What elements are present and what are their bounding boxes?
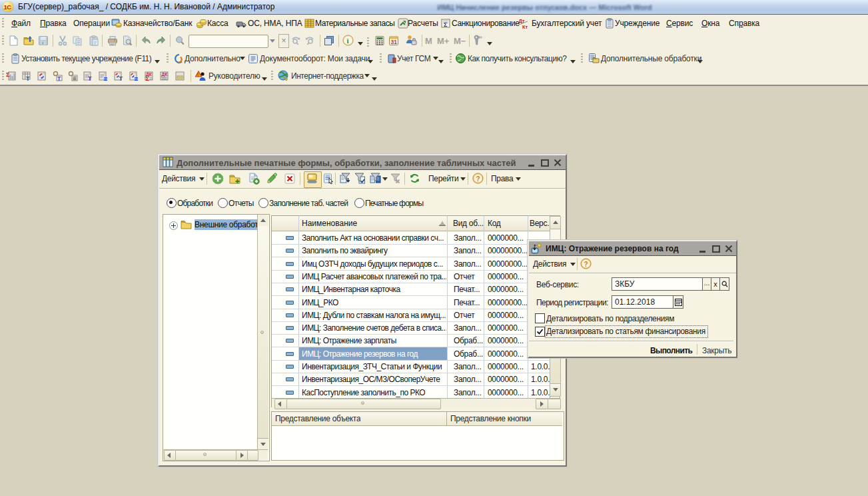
svg-text:31: 31 — [391, 39, 398, 45]
svg-text:T: T — [88, 75, 92, 81]
svg-text:T: T — [119, 75, 123, 81]
svg-text:Кт: Кт — [522, 24, 528, 29]
svg-text:?: ? — [476, 175, 480, 183]
svg-text:i: i — [347, 37, 349, 45]
svg-text:T: T — [26, 75, 30, 81]
svg-text:!: ! — [197, 73, 199, 77]
svg-text:Σ: Σ — [444, 21, 448, 28]
svg-text:Σ: Σ — [146, 75, 150, 82]
svg-text:ДК: ДК — [162, 72, 168, 77]
svg-text:?: ? — [584, 261, 588, 268]
svg-text:T: T — [57, 75, 61, 82]
svg-text:Σ: Σ — [6, 71, 10, 78]
